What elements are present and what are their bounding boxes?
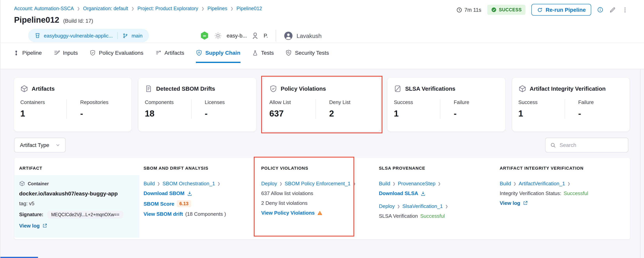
kebab-menu-icon[interactable]	[622, 6, 628, 13]
step-link[interactable]: ProvenanceStep	[398, 180, 436, 186]
stat-value: 1	[394, 109, 440, 119]
view-log-link[interactable]: View log	[500, 200, 520, 206]
artifact-cell: Container docker.io/lavakush07/easy-bugg…	[14, 175, 140, 238]
edit-pencil-icon[interactable]	[609, 6, 616, 13]
integrity-status-value: Successful	[564, 190, 588, 196]
stat-value: 637	[270, 109, 316, 119]
card-artifacts: Artifacts Containers1 Repositories-	[14, 78, 132, 131]
repo-name: easybuggy-vulnerable-applic...	[44, 33, 113, 38]
stat-value: 1	[20, 109, 66, 119]
stage-link[interactable]: Deploy	[379, 203, 395, 209]
execution-label[interactable]: easy-b...	[226, 33, 247, 38]
artifact-type: Container	[28, 181, 49, 186]
rerun-pipeline-button[interactable]: Re-run Pipeline	[532, 4, 591, 16]
column-header-sbom: SBOM AND DRIFT ANALYSIS	[140, 158, 257, 175]
stat-label: Containers	[20, 99, 66, 105]
stat-value: 2	[329, 109, 374, 119]
view-sbom-drift-link[interactable]: View SBOM drift	[144, 211, 183, 217]
stat-label: Deny List	[329, 99, 374, 105]
ci-module-icon	[200, 31, 209, 40]
repo-branch-pill[interactable]: easybuggy-vulnerable-applic... main	[28, 29, 149, 42]
step-link[interactable]: ArtifactVerification_1	[519, 180, 565, 186]
chevron-right-icon: ❯	[438, 182, 441, 186]
stat-label: Licenses	[205, 99, 250, 105]
card-sbom-drifts: Detected SBOM Drifts Components18 Licens…	[138, 78, 256, 131]
view-policy-violations-link[interactable]: View Policy Violations	[261, 210, 315, 216]
deny-list-violations: 2 Deny list violations	[261, 200, 308, 206]
signature-value[interactable]: MEQCICde2Vjl...L+2+mqnOXw==	[47, 211, 123, 218]
tab-pipeline[interactable]: Pipeline	[13, 43, 42, 63]
page-header: Account: Automation-SSCA ❯ Organization:…	[0, 0, 644, 69]
step-link[interactable]: SBOM Policy Enforcement_1	[285, 180, 350, 186]
signature-label: Signature:	[19, 212, 44, 217]
tab-supply-chain[interactable]: Supply Chain	[196, 43, 240, 63]
environment-icon	[252, 32, 259, 39]
download-sbom-link[interactable]: Download SBOM	[144, 190, 184, 196]
header-actions: 7m 11s SUCCESS Re-run Pipeline	[456, 4, 628, 16]
clock-icon	[456, 7, 462, 13]
chevron-right-icon: ❯	[280, 182, 282, 186]
view-log-link[interactable]: View log	[19, 223, 40, 229]
shield-search-icon	[286, 50, 292, 56]
card-title: Policy Violations	[281, 86, 326, 92]
artifact-type-dropdown[interactable]: Artifact Type	[14, 138, 66, 152]
search-icon	[550, 142, 556, 148]
tab-security-tests[interactable]: Security Tests	[286, 43, 329, 63]
tab-label: Tests	[261, 50, 274, 56]
chevron-right-icon: ❯	[157, 182, 160, 186]
stat-value: 18	[145, 109, 191, 119]
filter-row: Artifact Type	[14, 138, 628, 152]
allow-list-violations: 637 Allow list violations	[261, 190, 313, 196]
chevron-right-icon: ❯	[397, 204, 400, 208]
cube-icon	[19, 180, 25, 186]
environment-short[interactable]: P.	[264, 33, 268, 38]
chevron-right-icon: ❯	[567, 182, 570, 186]
card-title: Detected SBOM Drifts	[156, 86, 215, 92]
list-plus-icon	[155, 50, 161, 56]
info-icon[interactable]	[597, 7, 603, 13]
artifact-type-label: Artifact Type	[20, 142, 49, 148]
tab-policy-evaluations[interactable]: Policy Evaluations	[90, 43, 143, 63]
step-link[interactable]: SBOM Orchestration_1	[162, 180, 215, 186]
breadcrumb-account[interactable]: Account: Automation-SSCA	[14, 6, 74, 11]
artifact-tag: tag: v5	[19, 200, 135, 206]
stage-link[interactable]: Build	[144, 180, 155, 186]
tab-label: Pipeline	[22, 50, 42, 56]
search-input[interactable]	[560, 142, 623, 148]
repository-icon	[34, 32, 41, 39]
stat-value: -	[454, 109, 499, 119]
tab-inputs[interactable]: Inputs	[54, 43, 78, 63]
integrity-status-label: Integrity Verification Status:	[500, 190, 561, 196]
external-link-icon	[522, 200, 528, 206]
tab-label: Security Tests	[295, 50, 329, 56]
stage-link[interactable]: Build	[379, 180, 390, 186]
vertical-scrollbar[interactable]	[640, 69, 640, 258]
card-policy-violations: Policy Violations Allow List637 Deny Lis…	[263, 78, 381, 131]
stat-label: Components	[145, 99, 191, 105]
table-header-row: ARTIFACT SBOM AND DRIFT ANALYSIS POLICY …	[14, 158, 630, 175]
column-header-slsa: SLSA PROVENANCE	[375, 158, 496, 175]
tab-label: Artifacts	[164, 50, 184, 56]
breadcrumb-organization[interactable]: Organization: default	[83, 6, 128, 11]
stage-link[interactable]: Deploy	[261, 180, 277, 186]
breadcrumb-project[interactable]: Project: Product Exploratory	[138, 6, 198, 11]
artifact-name: docker.io/lavakush07/easy-buggy-app	[19, 190, 135, 197]
tab-tests[interactable]: Tests	[252, 43, 274, 63]
tab-label: Supply Chain	[205, 50, 240, 56]
step-link[interactable]: SlsaVerification_1	[402, 203, 443, 209]
stat-label: Repositories	[80, 99, 125, 105]
download-slsa-link[interactable]: Download SLSA	[379, 190, 418, 196]
build-id: (Build Id: 17)	[63, 18, 93, 24]
search-box[interactable]	[545, 138, 628, 152]
stat-label: Success	[518, 99, 564, 105]
chevron-right-icon: ❯	[514, 182, 516, 186]
stage-link[interactable]: Build	[500, 180, 511, 186]
sbom-document-icon	[145, 85, 153, 93]
horizontal-scrollbar-thumb[interactable]	[0, 257, 38, 258]
chevron-right-icon: ❯	[445, 204, 448, 208]
sbom-score-link[interactable]: SBOM Score	[144, 201, 174, 206]
breadcrumb-pipelines[interactable]: Pipelines	[208, 6, 227, 11]
breadcrumb-pipeline012[interactable]: Pipeline012	[236, 6, 262, 11]
tab-artifacts[interactable]: Artifacts	[155, 43, 184, 63]
branch-name: main	[132, 33, 142, 38]
